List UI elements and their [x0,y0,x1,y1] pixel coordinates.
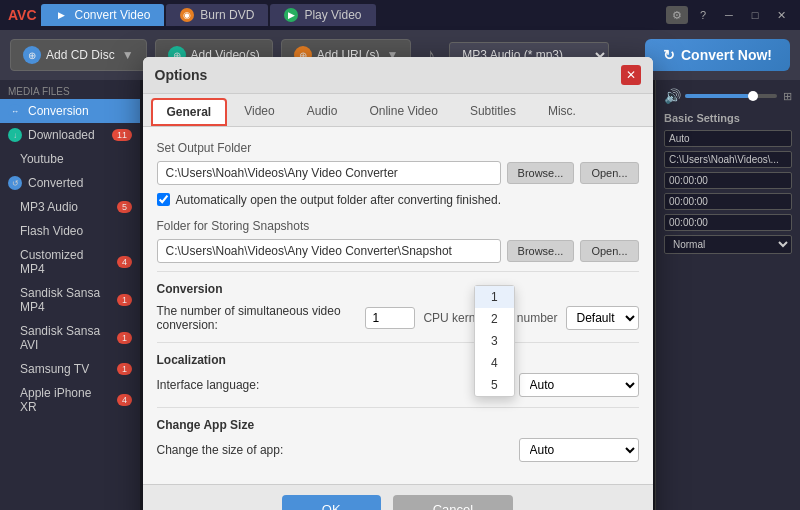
main-area: Media Files ↔ Conversion ↓ Downloaded 11… [0,80,800,510]
volume-row: 🔊 ⊞ [664,88,792,104]
modal-title: Options [155,67,208,83]
samsung-badge: 1 [117,363,132,375]
tab-online-video[interactable]: Online Video [354,98,453,126]
ok-button[interactable]: OK [282,495,381,511]
modal-body: Set Output Folder Browse... Open... Auto… [143,127,653,484]
volume-slider-track[interactable] [685,94,777,98]
tab-misc[interactable]: Misc. [533,98,591,126]
minimize-button[interactable]: ─ [718,6,740,24]
sidebar-item-mp3[interactable]: MP3 Audio 5 [0,195,140,219]
basic-select-5[interactable]: Normal [664,235,792,254]
volume-icon: 🔊 [664,88,681,104]
basic-input-4[interactable] [664,214,792,231]
tab-general[interactable]: General [151,98,228,126]
tab-subtitles[interactable]: Subtitles [455,98,531,126]
downloaded-badge: 11 [112,129,132,141]
snapshot-path-input[interactable] [157,239,501,263]
output-open-button[interactable]: Open... [580,162,638,184]
sidebar-item-converted[interactable]: ↺ Converted [0,171,140,195]
basic-input-2[interactable] [664,172,792,189]
modal-close-button[interactable]: ✕ [621,65,641,85]
output-folder-label: Set Output Folder [157,141,639,155]
sidebar-item-sandisk-mp4[interactable]: Sandisk Sansa MP4 1 [0,281,140,319]
basic-field-4 [664,214,792,231]
help-icon[interactable]: ? [692,6,714,24]
localization-section: Localization Interface language: Auto [157,342,639,397]
sidebar-item-mp4[interactable]: Customized MP4 4 [0,243,140,281]
dropdown-item-1[interactable]: 1 [475,286,514,308]
add-cd-button[interactable]: ⊕ Add CD Disc ▼ [10,39,147,71]
converted-icon: ↺ [8,176,22,190]
media-files-section: Media Files [0,80,140,99]
change-size-section: Change App Size Change the size of app: … [157,407,639,462]
dropdown-item-5[interactable]: 5 [475,374,514,396]
tab-audio[interactable]: Audio [292,98,353,126]
snapshot-open-button[interactable]: Open... [580,240,638,262]
simultaneous-row: The number of simultaneous video convers… [157,304,639,332]
dropdown-item-3[interactable]: 3 [475,330,514,352]
convert-now-button[interactable]: ↻ Convert Now! [645,39,790,71]
language-row: Interface language: Auto [157,373,639,397]
basic-field-0 [664,130,792,147]
sidebar-item-downloaded[interactable]: ↓ Downloaded 11 [0,123,140,147]
conversion-icon: ↔ [8,104,22,118]
convert-video-icon: ▶ [55,8,69,22]
content-area: Options ✕ General Video Audio Online Vid… [140,80,655,510]
snapshot-folder-row: Browse... Open... [157,239,639,263]
modal-footer: OK Cancel [143,484,653,511]
sidebar: Media Files ↔ Conversion ↓ Downloaded 11… [0,80,140,510]
refresh-icon: ↻ [663,47,675,63]
simultaneous-input[interactable] [365,307,415,329]
tab-play-video[interactable]: ▶ Play Video [270,4,375,26]
volume-fill [685,94,749,98]
localization-label: Localization [157,353,639,367]
tab-burn-dvd[interactable]: ◉ Burn DVD [166,4,268,26]
sidebar-item-flash[interactable]: Flash Video [0,219,140,243]
cpu-select[interactable]: Default [566,306,639,330]
dropdown-item-4[interactable]: 4 [475,352,514,374]
play-video-icon: ▶ [284,8,298,22]
conversion-section: Conversion The number of simultaneous vi… [157,271,639,332]
basic-input-0[interactable] [664,130,792,147]
sidebar-item-iphone[interactable]: Apple iPhone XR 4 [0,381,140,419]
sandisk-avi-badge: 1 [117,332,132,344]
add-cd-arrow[interactable]: ▼ [122,48,134,62]
sidebar-item-youtube[interactable]: Youtube [0,147,140,171]
modal-overlay: Options ✕ General Video Audio Online Vid… [140,80,655,510]
tab-video[interactable]: Video [229,98,289,126]
cancel-button[interactable]: Cancel [393,495,513,511]
basic-field-5: Normal [664,235,792,254]
burn-dvd-icon: ◉ [180,8,194,22]
sandisk-mp4-badge: 1 [117,294,132,306]
iphone-badge: 4 [117,394,132,406]
auto-open-checkbox[interactable] [157,193,170,206]
options-dialog: Options ✕ General Video Audio Online Vid… [143,57,653,511]
basic-field-3 [664,193,792,210]
download-icon: ↓ [8,128,22,142]
output-path-input[interactable] [157,161,501,185]
app-size-select[interactable]: Auto [519,438,639,462]
language-select[interactable]: Auto [519,373,639,397]
tab-convert-video[interactable]: ▶ Convert Video [41,4,165,26]
auto-open-label: Automatically open the output folder aft… [176,193,502,207]
volume-thumb[interactable] [748,91,758,101]
close-button[interactable]: ✕ [770,6,792,24]
modal-header: Options ✕ [143,57,653,94]
basic-field-2 [664,172,792,189]
sidebar-item-samsung[interactable]: Samsung TV 1 [0,357,140,381]
output-browse-button[interactable]: Browse... [507,162,575,184]
title-controls: ⚙ ? ─ □ ✕ [666,6,792,24]
dropdown-item-2[interactable]: 2 [475,308,514,330]
snapshot-browse-button[interactable]: Browse... [507,240,575,262]
basic-input-3[interactable] [664,193,792,210]
settings-icon[interactable]: ⚙ [666,6,688,24]
sidebar-item-conversion[interactable]: ↔ Conversion [0,99,140,123]
copy-icon[interactable]: ⊞ [783,90,792,103]
title-bar: AVC ▶ Convert Video ◉ Burn DVD ▶ Play Vi… [0,0,800,30]
basic-input-1[interactable] [664,151,792,168]
conversion-section-label: Conversion [157,282,639,296]
right-panel: 🔊 ⊞ Basic Settings Normal [655,80,800,510]
cd-icon: ⊕ [23,46,41,64]
sidebar-item-sandisk-avi[interactable]: Sandisk Sansa AVI 1 [0,319,140,357]
maximize-button[interactable]: □ [744,6,766,24]
